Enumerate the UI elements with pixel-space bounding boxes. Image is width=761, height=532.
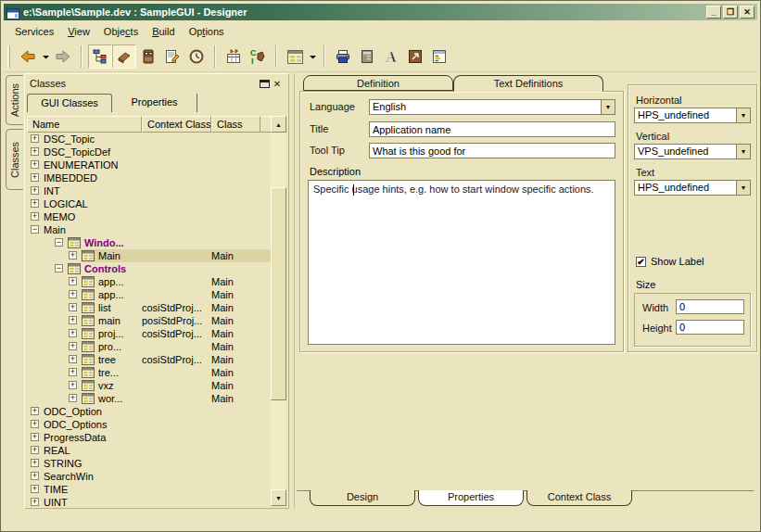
menu-objects[interactable]: Objects (104, 26, 138, 37)
scrollbar-track[interactable] (271, 133, 286, 489)
expand-icon[interactable]: + (31, 186, 39, 195)
classes-tab-gui-classes[interactable]: GUI Classes (27, 94, 112, 112)
chevron-down-icon[interactable]: ▼ (736, 181, 750, 195)
font-a-icon[interactable]: A (379, 44, 403, 69)
tree-item-odc-options[interactable]: +ODC_Options (27, 418, 271, 431)
table-arrows-icon[interactable] (222, 44, 246, 69)
tree-item-vxz[interactable]: +vxzMain (27, 379, 271, 392)
editor-bottom-tab-design[interactable]: Design (310, 490, 415, 506)
book-icon[interactable] (136, 44, 160, 69)
close-panel-icon[interactable]: ✕ (271, 78, 284, 90)
form-window-icon[interactable] (283, 44, 307, 69)
tree-item-searchwin[interactable]: +SearchWin (27, 470, 271, 483)
expand-icon[interactable]: + (31, 212, 39, 221)
expand-icon[interactable]: + (31, 134, 39, 143)
float-panel-icon[interactable] (258, 78, 271, 90)
scroll-up-icon[interactable]: ▲ (271, 116, 286, 133)
sidebar-tab-actions[interactable]: Actions (6, 75, 23, 125)
minimize-button[interactable]: _ (706, 6, 721, 19)
language-dropdown[interactable]: English ▼ (369, 99, 615, 115)
menu-view[interactable]: View (68, 26, 90, 37)
chevron-down-icon[interactable]: ▼ (736, 108, 750, 122)
expand-icon[interactable]: + (69, 368, 77, 376)
tree-item-imbedded[interactable]: +IMBEDDED (27, 171, 271, 184)
expand-icon[interactable]: + (31, 433, 39, 441)
expand-icon[interactable]: + (69, 394, 77, 402)
edit-document-icon[interactable] (160, 44, 184, 69)
text-dropdown[interactable]: HPS_undefined ▼ (634, 180, 751, 196)
close-button[interactable]: ✕ (740, 6, 755, 19)
title-input[interactable] (369, 121, 615, 137)
window-list-icon[interactable] (427, 44, 451, 69)
tree-item-time[interactable]: +TIME (27, 483, 271, 496)
expand-icon[interactable]: + (31, 472, 39, 480)
tree-item-pro[interactable]: +pro...Main (27, 340, 271, 353)
menu-build[interactable]: Build (152, 26, 174, 37)
expand-icon[interactable]: + (31, 199, 39, 208)
editor-tab-text-definitions[interactable]: Text Definitions (453, 75, 603, 92)
collapse-icon[interactable]: − (55, 264, 63, 272)
tree-item-app[interactable]: +app...Main (27, 288, 271, 301)
editor-bottom-tab-context-class[interactable]: Context Class (526, 490, 632, 506)
menu-services[interactable]: Services (15, 26, 54, 37)
chevron-down-icon[interactable]: ▼ (601, 100, 615, 114)
expand-icon[interactable]: + (31, 173, 39, 182)
editor-tab-definition[interactable]: Definition (303, 75, 453, 91)
tree-item-tre[interactable]: +tre...Main (27, 366, 271, 379)
editor-bottom-tab-properties[interactable]: Properties (418, 490, 524, 506)
tree-item-main[interactable]: +MainMain (27, 249, 271, 262)
width-input[interactable] (676, 299, 744, 314)
classes-tab-properties[interactable]: Properties (112, 94, 197, 112)
column-header-context-class[interactable]: Context Class (142, 116, 211, 133)
collapse-icon[interactable]: − (31, 225, 39, 234)
collapse-icon[interactable]: − (55, 238, 63, 247)
shortcut-icon[interactable] (403, 44, 427, 69)
expand-icon[interactable]: + (31, 420, 39, 428)
device-icon[interactable] (355, 44, 379, 69)
expand-icon[interactable]: + (31, 498, 39, 506)
clock-icon[interactable] (184, 44, 209, 69)
expand-icon[interactable]: + (69, 290, 77, 298)
expand-icon[interactable]: + (69, 251, 77, 260)
scrollbar-thumb[interactable] (271, 187, 286, 400)
tree-item-dsc-topicdef[interactable]: +DSC_TopicDef (27, 146, 271, 158)
expand-icon[interactable]: + (31, 446, 39, 454)
tree-item-odc-option[interactable]: +ODC_Option (27, 405, 271, 418)
maximize-button[interactable]: ❐ (723, 6, 738, 19)
scroll-down-icon[interactable]: ▼ (271, 489, 286, 506)
expand-icon[interactable]: + (69, 303, 77, 311)
chevron-down-icon[interactable]: ▼ (736, 145, 750, 158)
tooltip-input[interactable] (369, 143, 615, 158)
tree-item-logical[interactable]: +LOGICAL (27, 197, 271, 210)
tree-item-app[interactable]: +app...Main (27, 275, 271, 288)
expand-icon[interactable]: + (69, 329, 77, 337)
expand-icon[interactable]: + (31, 160, 39, 169)
show-label-checkbox[interactable]: ✔ (636, 257, 646, 267)
expand-icon[interactable]: + (69, 316, 77, 324)
printer-icon[interactable] (331, 44, 355, 69)
tree-item-real[interactable]: +REAL (27, 444, 271, 457)
expand-icon[interactable]: + (69, 355, 77, 363)
expand-icon[interactable]: + (31, 485, 39, 493)
tree-item-memo[interactable]: +MEMO (27, 210, 271, 223)
toolbar-grip[interactable] (7, 45, 10, 68)
expand-icon[interactable]: + (31, 147, 39, 156)
tree-item-string[interactable]: +STRING (27, 457, 271, 470)
vertical-dropdown[interactable]: VPS_undefined ▼ (634, 144, 751, 159)
expand-icon[interactable]: + (31, 407, 39, 415)
tree-item-uint[interactable]: +UINT (27, 496, 271, 506)
eraser-icon[interactable] (112, 44, 136, 69)
tree-item-progressdata[interactable]: +ProgressData (27, 431, 271, 444)
menu-options[interactable]: Options (189, 26, 224, 37)
tree-item-dsc-topic[interactable]: +DSC_Topic (27, 133, 271, 146)
dropdown-small-icon[interactable] (307, 44, 318, 69)
tree-item-enumeration[interactable]: +ENUMERATION (27, 158, 271, 171)
forward-arrow-icon[interactable] (51, 44, 75, 69)
column-header-name[interactable]: Name (27, 116, 142, 133)
back-arrow-icon[interactable] (16, 44, 40, 69)
column-header-class[interactable]: Class (211, 116, 260, 133)
expand-icon[interactable]: + (69, 381, 77, 389)
class-interface-icon[interactable]: CI (246, 44, 270, 69)
sidebar-tab-classes[interactable]: Classes (6, 129, 23, 190)
tree-item-tree[interactable]: +treecosiStdProj...Main (27, 353, 271, 366)
